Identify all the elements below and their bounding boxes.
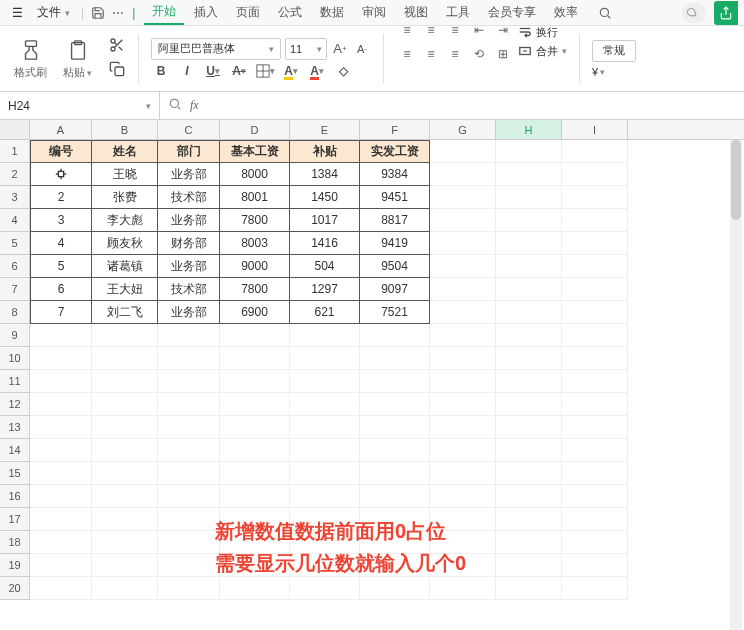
row-header[interactable]: 7 — [0, 278, 30, 301]
cell[interactable] — [220, 416, 290, 439]
cell[interactable] — [496, 439, 562, 462]
cell[interactable] — [290, 577, 360, 600]
table-cell[interactable]: 王晓 — [92, 163, 158, 186]
cell[interactable] — [360, 347, 430, 370]
cell[interactable] — [92, 462, 158, 485]
row-header[interactable]: 16 — [0, 485, 30, 508]
cell[interactable] — [30, 324, 92, 347]
cell[interactable] — [158, 554, 220, 577]
cell[interactable] — [496, 278, 562, 301]
cell[interactable] — [562, 416, 628, 439]
cell[interactable] — [562, 370, 628, 393]
cell[interactable] — [220, 324, 290, 347]
table-cell[interactable]: 6900 — [220, 301, 290, 324]
table-cell[interactable]: 7521 — [360, 301, 430, 324]
border-button[interactable]: ▾ — [255, 62, 275, 80]
cell[interactable] — [562, 347, 628, 370]
table-cell[interactable]: 9451 — [360, 186, 430, 209]
cell[interactable] — [360, 577, 430, 600]
cell[interactable] — [562, 186, 628, 209]
column-header[interactable]: H — [496, 120, 562, 139]
cell[interactable] — [220, 577, 290, 600]
cell[interactable] — [562, 209, 628, 232]
more-icon[interactable]: ⋯ — [109, 4, 127, 22]
align-top-icon[interactable]: ≡ — [396, 19, 418, 41]
cell[interactable] — [158, 462, 220, 485]
cell[interactable] — [220, 393, 290, 416]
cell[interactable] — [158, 577, 220, 600]
cell[interactable] — [430, 324, 496, 347]
vertical-scrollbar[interactable] — [730, 140, 742, 630]
cell[interactable] — [92, 485, 158, 508]
table-cell[interactable]: 9384 — [360, 163, 430, 186]
table-cell[interactable]: 1017 — [290, 209, 360, 232]
column-header[interactable]: G — [430, 120, 496, 139]
decrease-font-icon[interactable]: A- — [353, 40, 371, 58]
zoom-formula-icon[interactable] — [168, 97, 182, 114]
row-header[interactable]: 12 — [0, 393, 30, 416]
column-header[interactable]: A — [30, 120, 92, 139]
cell[interactable] — [562, 439, 628, 462]
cell[interactable] — [496, 209, 562, 232]
table-header-cell[interactable]: 编号 — [30, 140, 92, 163]
row-header[interactable]: 15 — [0, 462, 30, 485]
cell[interactable] — [430, 140, 496, 163]
table-cell[interactable]: 业务部 — [158, 163, 220, 186]
cell[interactable] — [30, 462, 92, 485]
cell[interactable] — [562, 531, 628, 554]
cell[interactable] — [158, 370, 220, 393]
cell[interactable] — [430, 255, 496, 278]
column-header[interactable]: D — [220, 120, 290, 139]
cell[interactable] — [562, 485, 628, 508]
cell[interactable] — [360, 485, 430, 508]
cell[interactable] — [158, 439, 220, 462]
name-box[interactable]: H24▾ — [0, 92, 160, 119]
cell[interactable] — [158, 324, 220, 347]
font-color-button[interactable]: A▾ — [307, 62, 327, 80]
cell[interactable] — [360, 324, 430, 347]
cell[interactable] — [360, 439, 430, 462]
font-size-select[interactable]: 11▾ — [285, 38, 327, 60]
orientation-icon[interactable]: ⟲ — [468, 43, 490, 65]
bold-button[interactable]: B — [151, 62, 171, 80]
align-center-icon[interactable]: ≡ — [420, 43, 442, 65]
table-cell[interactable]: 技术部 — [158, 186, 220, 209]
cell[interactable] — [496, 232, 562, 255]
hamburger-icon[interactable]: ☰ — [6, 4, 29, 22]
share-button[interactable] — [714, 1, 738, 25]
increase-font-icon[interactable]: A+ — [331, 40, 349, 58]
cell[interactable] — [360, 370, 430, 393]
cell[interactable] — [290, 324, 360, 347]
cell[interactable] — [92, 577, 158, 600]
table-cell[interactable]: 3 — [30, 209, 92, 232]
cloud-icon[interactable] — [682, 3, 706, 23]
table-cell[interactable]: 7800 — [220, 209, 290, 232]
table-cell[interactable]: 9504 — [360, 255, 430, 278]
table-cell[interactable]: 业务部 — [158, 255, 220, 278]
cell[interactable] — [360, 462, 430, 485]
font-name-select[interactable]: 阿里巴巴普惠体▾ — [151, 38, 281, 60]
cell[interactable] — [290, 347, 360, 370]
clear-format-button[interactable]: ◇ — [333, 62, 353, 80]
table-cell[interactable]: 621 — [290, 301, 360, 324]
table-cell[interactable]: 顾友秋 — [92, 232, 158, 255]
cell[interactable] — [562, 140, 628, 163]
scrollbar-thumb[interactable] — [731, 140, 741, 220]
cut-icon[interactable] — [108, 36, 126, 54]
cell[interactable] — [30, 393, 92, 416]
file-menu[interactable]: 文件 ▾ — [31, 2, 76, 23]
table-cell[interactable]: 7 — [30, 301, 92, 324]
cell[interactable] — [290, 370, 360, 393]
table-cell[interactable]: 5 — [30, 255, 92, 278]
cell[interactable] — [562, 232, 628, 255]
table-cell[interactable]: 财务部 — [158, 232, 220, 255]
search-icon[interactable] — [596, 4, 614, 22]
column-header[interactable]: F — [360, 120, 430, 139]
row-header[interactable]: 5 — [0, 232, 30, 255]
table-cell[interactable] — [30, 163, 92, 186]
row-header[interactable]: 14 — [0, 439, 30, 462]
cell[interactable] — [430, 186, 496, 209]
cell[interactable] — [430, 347, 496, 370]
cell[interactable] — [496, 255, 562, 278]
table-cell[interactable]: 6 — [30, 278, 92, 301]
